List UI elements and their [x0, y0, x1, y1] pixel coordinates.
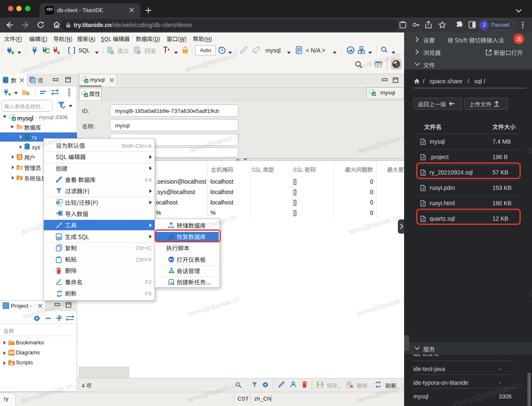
svg-text:SQL: SQL	[57, 237, 61, 239]
